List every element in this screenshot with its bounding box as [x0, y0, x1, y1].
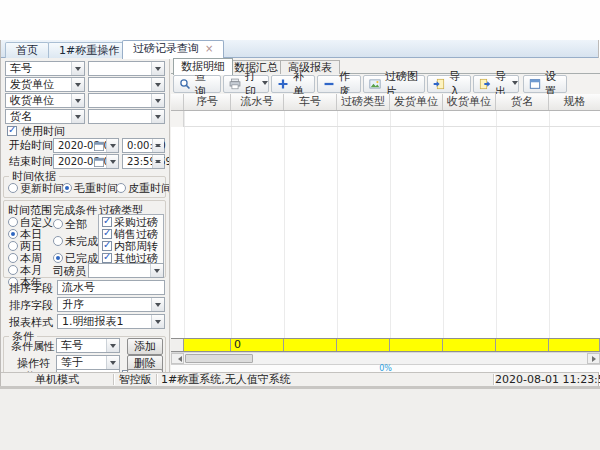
receiver-filter-combo[interactable]: [88, 93, 165, 108]
summary-cell: [443, 339, 496, 351]
column-header[interactable]: 收货单位: [443, 94, 496, 110]
scroll-right-button[interactable]: [587, 353, 600, 364]
tab-data-summary[interactable]: 数据汇总: [226, 60, 286, 74]
minus-icon: [323, 78, 335, 90]
column-header[interactable]: 规格: [549, 94, 600, 110]
close-icon[interactable]: ×: [205, 43, 213, 54]
chevron-down-icon[interactable]: [71, 62, 84, 75]
chevron-down-icon[interactable]: [151, 78, 164, 91]
tab-advanced-report[interactable]: 高级报表: [280, 60, 340, 74]
status-system-name: 1#称重系统,无人值守系统: [161, 373, 291, 386]
radio-state-unfinished[interactable]: [53, 236, 63, 246]
goods-filter-combo[interactable]: [88, 109, 165, 124]
summary-cell: [284, 339, 337, 351]
radio-state-all[interactable]: [53, 219, 63, 229]
use-time-checkbox[interactable]: [7, 126, 17, 136]
query-button[interactable]: 查询: [173, 75, 221, 93]
chevron-down-icon[interactable]: [151, 62, 164, 75]
weigher-combo[interactable]: [88, 263, 164, 278]
sort-order-label: 排序字段: [9, 299, 53, 312]
radio-update-time[interactable]: [8, 183, 18, 193]
radio-range-this-week[interactable]: [8, 253, 18, 263]
operator-combo[interactable]: 等于: [56, 355, 120, 370]
column-header[interactable]: 序号: [184, 94, 231, 110]
sort-field-input[interactable]: 流水号: [57, 280, 165, 295]
report-style-combo[interactable]: 1.明细报表1: [57, 314, 165, 329]
import-button[interactable]: 导入: [427, 75, 471, 93]
field-selector-goods[interactable]: 货名: [5, 109, 85, 124]
vehicle-filter-combo[interactable]: [88, 61, 165, 76]
grid-body[interactable]: [171, 111, 600, 338]
weighing-app-screen: 首页 1#称重操作 过磅记录查询× 车号 发货单位: [0, 0, 600, 450]
weigh-photo-button[interactable]: 过磅图片: [363, 75, 425, 93]
radio-tare-time[interactable]: [116, 183, 126, 193]
horizontal-scrollbar[interactable]: [171, 352, 600, 364]
scrollbar-thumb[interactable]: [185, 354, 253, 363]
end-date-picker[interactable]: 2020-08-01: [53, 154, 119, 169]
export-icon: [479, 78, 491, 90]
radio-state-finished[interactable]: [53, 253, 63, 263]
chevron-down-icon[interactable]: [106, 155, 118, 168]
chevron-down-icon[interactable]: [106, 139, 118, 152]
column-header[interactable]: 流水号: [231, 94, 284, 110]
checkbox-purchase-weigh[interactable]: [102, 217, 112, 227]
void-order-button[interactable]: 作废: [317, 75, 361, 93]
tab-weigh-operation[interactable]: 1#称重操作: [48, 42, 130, 58]
chevron-down-icon[interactable]: [106, 339, 119, 352]
photo-icon: [369, 78, 381, 90]
column-header[interactable]: 货名: [496, 94, 549, 110]
scroll-left-button[interactable]: [171, 353, 184, 364]
tab-data-detail[interactable]: 数据明细: [173, 58, 233, 75]
shipper-filter-combo[interactable]: [88, 77, 165, 92]
column-header[interactable]: 过磅类型: [337, 94, 390, 110]
summary-cell: [496, 339, 549, 351]
chevron-down-icon[interactable]: [151, 298, 164, 311]
progress-bar: 0%: [171, 364, 600, 372]
end-time-spinner[interactable]: 23:59:59: [122, 154, 165, 169]
chevron-down-icon[interactable]: [71, 78, 84, 91]
column-header[interactable]: 车号: [284, 94, 337, 110]
operator-label: 操作符: [17, 357, 50, 370]
chevron-down-icon[interactable]: [150, 264, 163, 277]
spinner-arrows-icon[interactable]: [152, 139, 164, 152]
field-selector-vehicle[interactable]: 车号: [5, 61, 85, 76]
field-selector-receiver[interactable]: 收货单位: [5, 93, 85, 108]
print-button[interactable]: 打印: [223, 75, 269, 93]
export-button[interactable]: 导出: [473, 75, 519, 93]
radio-range-two-days[interactable]: [8, 241, 18, 251]
column-header[interactable]: 发货单位: [390, 94, 443, 110]
chevron-down-icon[interactable]: [106, 356, 119, 369]
settings-button[interactable]: 设置: [523, 75, 567, 93]
checkbox-sale-weigh[interactable]: [102, 229, 112, 239]
chevron-down-icon[interactable]: [151, 94, 164, 107]
chevron-down-icon[interactable]: [151, 315, 164, 328]
summary-count-cell: 0: [231, 339, 284, 351]
search-icon: [179, 78, 191, 90]
start-time-label: 开始时间: [9, 139, 53, 152]
radio-range-this-month[interactable]: [8, 265, 18, 275]
add-condition-button[interactable]: 添加: [127, 338, 163, 355]
checkbox-other-weigh[interactable]: [102, 253, 112, 263]
summary-cell: [337, 339, 390, 351]
radio-range-custom[interactable]: [8, 217, 18, 227]
sort-order-combo[interactable]: 升序: [57, 297, 165, 312]
checkbox-internal-transfer[interactable]: [102, 241, 112, 251]
radio-range-today[interactable]: [8, 229, 18, 239]
spinner-arrows-icon[interactable]: [152, 155, 164, 168]
supplement-order-button[interactable]: 补单: [271, 75, 315, 93]
condition-attr-combo[interactable]: 车号: [56, 338, 120, 353]
condition-attr-label: 条件属性: [11, 340, 55, 353]
chevron-down-icon[interactable]: [71, 94, 84, 107]
chevron-down-icon[interactable]: [151, 110, 164, 123]
use-time-label: 使用时间: [21, 125, 65, 138]
tab-home[interactable]: 首页: [5, 42, 49, 58]
chevron-down-icon: [512, 81, 518, 88]
start-date-picker[interactable]: 2020-08-01: [53, 138, 119, 153]
row-selector-header: [171, 94, 184, 110]
tab-weigh-record-query[interactable]: 过磅记录查询×: [122, 40, 224, 59]
radio-gross-time[interactable]: [62, 183, 72, 193]
field-selector-shipper[interactable]: 发货单位: [5, 77, 85, 92]
status-edition: 智控版: [114, 373, 156, 386]
start-time-spinner[interactable]: 0:00:00: [122, 138, 165, 153]
chevron-down-icon[interactable]: [71, 110, 84, 123]
